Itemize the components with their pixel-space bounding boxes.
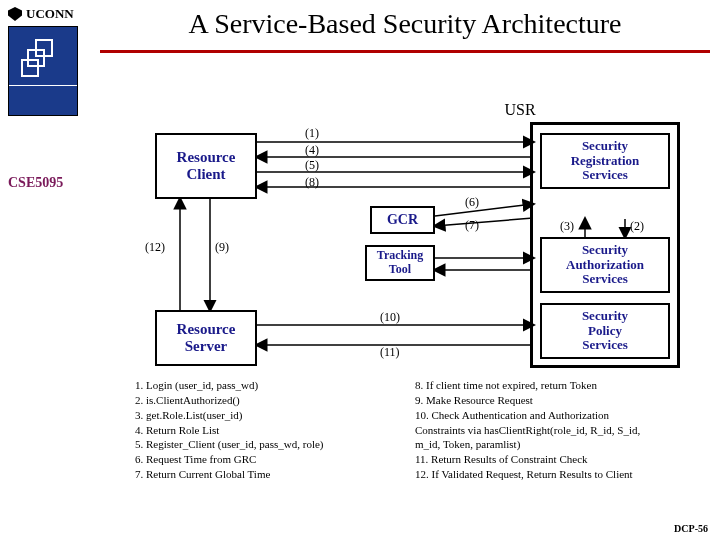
slide-number: DCP-56 [674,523,708,534]
legend-item: 9. Make Resource Request [415,393,695,408]
shield-icon [8,7,22,21]
legend-item: 2. is.ClientAuthorized() [135,393,410,408]
legend-item: 10. Check Authentication and Authorizati… [415,408,695,423]
edge-4: (4) [305,143,319,158]
edge-12: (12) [145,240,165,255]
box-resource-client: Resource Client [155,133,257,199]
legend-item: 1. Login (user_id, pass_wd) [135,378,410,393]
edge-9: (9) [215,240,229,255]
header: A Service-Based Security Architecture [100,8,710,53]
edge-10: (10) [380,310,400,325]
edge-3: (3) [560,219,574,234]
svg-line-7 [435,218,533,226]
legend-item: 6. Request Time from GRC [135,452,410,467]
edge-11: (11) [380,345,400,360]
legend-item: 7. Return Current Global Time [135,467,410,482]
svg-line-6 [435,204,533,216]
legend-item: m_id, Token, paramlist) [415,437,695,452]
legend-item: 5. Register_Client (user_id, pass_wd, ro… [135,437,410,452]
edge-5: (5) [305,158,319,173]
edge-1: (1) [305,126,319,141]
box-sec-policy: Security Policy Services [540,303,670,359]
box-gcr: GCR [370,206,435,234]
legend-item: 4. Return Role List [135,423,410,438]
divider [100,50,710,53]
org-text: UCONN [26,6,74,22]
legend-left: 1. Login (user_id, pass_wd) 2. is.Client… [135,378,410,482]
edge-6: (6) [465,195,479,210]
box-tracking-tool: Tracking Tool [365,245,435,281]
legend-item: 12. If Validated Request, Return Results… [415,467,695,482]
legend-item: 11. Return Results of Constraint Check [415,452,695,467]
legend-item: Constraints via hasClientRight(role_id, … [415,423,695,438]
box-resource-server: Resource Server [155,310,257,366]
architecture-diagram: USR Resource Client GCR Tracking Tool Re… [105,100,700,470]
box-sec-registration: Security Registration Services [540,133,670,189]
page-title: A Service-Based Security Architecture [100,8,710,40]
logo-area: UCONN [8,6,93,116]
box-sec-authorization: Security Authorization Services [540,237,670,293]
edge-8: (8) [305,175,319,190]
course-code: CSE5095 [8,175,63,191]
org-label: UCONN [8,6,93,22]
usr-label: USR [495,100,545,120]
legend-item: 8. If client time not expired, return To… [415,378,695,393]
legend-right: 8. If client time not expired, return To… [415,378,695,482]
legend-item: 3. get.Role.List(user_id) [135,408,410,423]
edge-7: (7) [465,218,479,233]
edge-2: (2) [630,219,644,234]
dept-logo [8,26,78,116]
